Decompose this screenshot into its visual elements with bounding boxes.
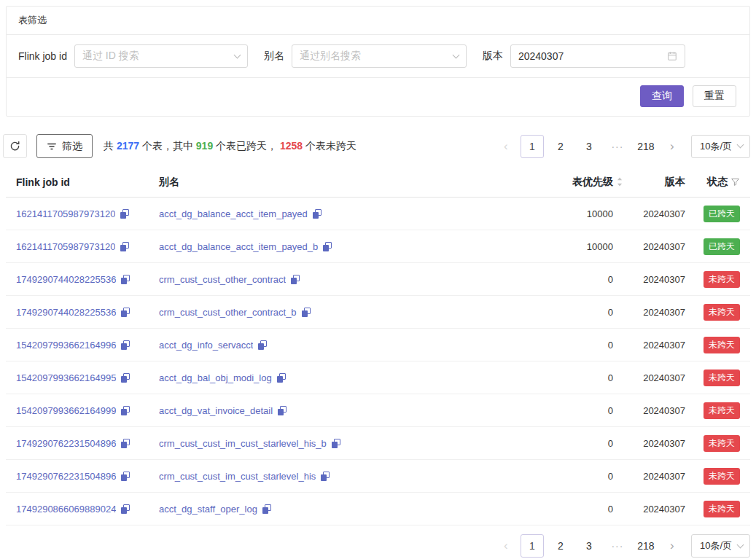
- pagination-top: ‹ 1 2 3 ··· 218 › 10条/页: [496, 135, 750, 158]
- page-size-value: 10条/页: [700, 539, 732, 552]
- flink-job-id-select[interactable]: 通过 ID 搜索: [74, 44, 248, 68]
- status-badge: 未跨天: [704, 337, 740, 353]
- version-value: 20240307: [623, 471, 685, 482]
- flink-job-id-link[interactable]: 1749290744028225536: [16, 274, 116, 285]
- priority-value: 0: [536, 340, 623, 351]
- copy-icon[interactable]: [120, 209, 129, 219]
- version-value: 20240307: [518, 50, 564, 62]
- page-size-select[interactable]: 10条/页: [691, 135, 750, 158]
- filter-toggle-button[interactable]: 筛选: [36, 134, 93, 158]
- table-row: 1542097993662164996 acct_dg_info_servacc…: [6, 329, 750, 361]
- copy-icon[interactable]: [121, 373, 130, 383]
- status-badge: 已跨天: [704, 206, 740, 222]
- page-button-218[interactable]: 218: [634, 534, 658, 558]
- pagination-ellipsis[interactable]: ···: [606, 135, 629, 158]
- filter-lines-icon: [47, 141, 57, 152]
- chevron-down-icon: [452, 51, 459, 58]
- page-button-3[interactable]: 3: [577, 135, 601, 158]
- page-button-218[interactable]: 218: [634, 135, 658, 158]
- status-badge: 已跨天: [704, 238, 740, 255]
- sort-icon[interactable]: [616, 176, 623, 187]
- copy-icon[interactable]: [121, 340, 130, 350]
- version-value: 20240307: [623, 307, 685, 318]
- col-header-priority[interactable]: 表优先级: [536, 176, 623, 189]
- version-date-input[interactable]: 20240307: [510, 44, 685, 68]
- filter-toggle-label: 筛选: [62, 140, 82, 153]
- copy-icon[interactable]: [121, 308, 130, 317]
- copy-icon[interactable]: [291, 275, 300, 284]
- page-size-value: 10条/页: [700, 140, 732, 153]
- flink-job-id-link[interactable]: 1749290762231504896: [16, 438, 116, 449]
- copy-icon[interactable]: [321, 472, 330, 481]
- alias-placeholder: 通过别名搜索: [300, 50, 361, 63]
- pagination-next[interactable]: ›: [663, 534, 682, 558]
- pagination-prev[interactable]: ‹: [496, 135, 515, 158]
- flink-job-id-link[interactable]: 1542097993662164996: [16, 340, 116, 351]
- funnel-filter-icon[interactable]: [730, 177, 740, 187]
- status-badge: 未跨天: [704, 468, 740, 485]
- copy-icon[interactable]: [313, 209, 322, 219]
- alias-link[interactable]: crm_cust_cust_im_cust_starlevel_his_b: [159, 438, 327, 449]
- query-button[interactable]: 查询: [640, 85, 684, 107]
- flink-job-id-link[interactable]: 1621411705987973120: [16, 208, 115, 219]
- flink-job-id-link[interactable]: 1749290744028225536: [16, 307, 116, 318]
- priority-value: 10000: [536, 241, 623, 252]
- copy-icon[interactable]: [302, 308, 311, 317]
- status-badge: 未跨天: [704, 271, 740, 288]
- alias-link[interactable]: acct_dg_staff_oper_log: [159, 504, 257, 515]
- copy-icon[interactable]: [120, 242, 129, 251]
- flink-job-id-link[interactable]: 1621411705987973120: [16, 241, 115, 252]
- table-row: 1749290744028225536 crm_cust_cust_other_…: [6, 296, 750, 329]
- copy-icon[interactable]: [121, 406, 130, 415]
- flink-job-id-placeholder: 通过 ID 搜索: [82, 50, 139, 63]
- alias-link[interactable]: crm_cust_cust_im_cust_starlevel_his: [159, 471, 316, 482]
- page-button-2[interactable]: 2: [549, 135, 572, 158]
- flink-job-id-link[interactable]: 1542097993662164999: [16, 405, 116, 416]
- copy-icon[interactable]: [121, 275, 130, 284]
- pagination-prev[interactable]: ‹: [496, 534, 515, 558]
- alias-link[interactable]: crm_cust_cust_other_contract: [159, 274, 286, 285]
- copy-icon[interactable]: [323, 242, 332, 251]
- page-button-1[interactable]: 1: [521, 135, 544, 158]
- priority-value: 0: [536, 438, 623, 449]
- version-value: 20240307: [623, 340, 685, 351]
- alias-link[interactable]: acct_dg_vat_invoice_detail: [159, 405, 273, 416]
- status-badge: 未跨天: [704, 435, 740, 452]
- version-value: 20240307: [623, 274, 685, 285]
- priority-value: 0: [536, 372, 623, 383]
- flink-job-id-link[interactable]: 1749290866069889024: [16, 504, 116, 515]
- alias-link[interactable]: acct_dg_balance_acct_item_payed: [159, 208, 308, 219]
- alias-label: 别名: [264, 50, 284, 63]
- page-size-select[interactable]: 10条/页: [691, 534, 750, 558]
- version-value: 20240307: [623, 405, 685, 416]
- table-row: 1749290762231504896 crm_cust_cust_im_cus…: [6, 427, 750, 460]
- table-summary: 共 2177 个表，其中 919 个表已跨天， 1258 个表未跨天: [104, 140, 356, 153]
- alias-select[interactable]: 通过别名搜索: [292, 44, 467, 68]
- copy-icon[interactable]: [121, 439, 130, 448]
- page-button-3[interactable]: 3: [577, 534, 601, 558]
- table-row: 1749290866069889024 acct_dg_staff_oper_l…: [6, 493, 750, 525]
- refresh-button[interactable]: [3, 134, 27, 158]
- copy-icon[interactable]: [121, 472, 130, 481]
- page-button-2[interactable]: 2: [549, 534, 572, 558]
- alias-link[interactable]: acct_dg_bal_obj_modi_log: [159, 372, 272, 383]
- alias-link[interactable]: acct_dg_info_servacct: [159, 340, 253, 351]
- priority-value: 0: [536, 471, 623, 482]
- total-count: 2177: [117, 140, 139, 152]
- copy-icon[interactable]: [277, 373, 286, 383]
- alias-link[interactable]: crm_cust_cust_other_contract_b: [159, 307, 297, 318]
- pagination-ellipsis[interactable]: ···: [606, 534, 629, 558]
- status-badge: 未跨天: [704, 304, 740, 321]
- copy-icon[interactable]: [258, 340, 267, 350]
- status-badge: 未跨天: [704, 370, 740, 386]
- reset-button[interactable]: 重置: [693, 85, 736, 107]
- copy-icon[interactable]: [121, 504, 130, 514]
- flink-job-id-link[interactable]: 1542097993662164995: [16, 372, 116, 383]
- copy-icon[interactable]: [278, 406, 287, 415]
- alias-link[interactable]: acct_dg_balance_acct_item_payed_b: [159, 241, 318, 252]
- pagination-next[interactable]: ›: [663, 135, 682, 158]
- flink-job-id-link[interactable]: 1749290762231504896: [16, 471, 116, 482]
- copy-icon[interactable]: [262, 504, 271, 514]
- page-button-1[interactable]: 1: [521, 534, 544, 558]
- copy-icon[interactable]: [332, 439, 340, 448]
